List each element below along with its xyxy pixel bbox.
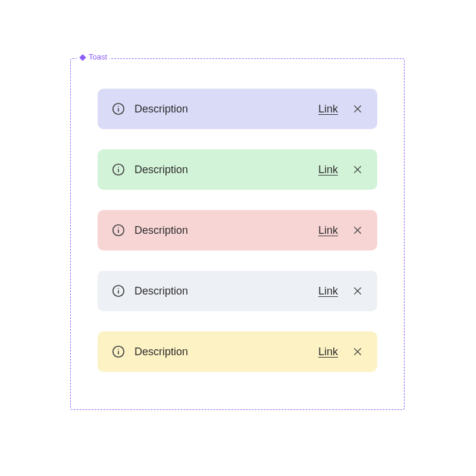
svg-point-21 — [118, 288, 119, 289]
toast-description: Description — [134, 285, 309, 298]
info-icon — [112, 224, 125, 237]
toast-neutral: Description Link — [98, 271, 377, 311]
toast-warning: Description Link — [98, 331, 377, 372]
toast-info: Description Link — [98, 89, 377, 129]
close-icon[interactable] — [352, 164, 363, 175]
svg-point-16 — [118, 227, 119, 228]
close-icon[interactable] — [352, 104, 363, 114]
close-icon[interactable] — [352, 346, 363, 357]
info-icon — [112, 102, 125, 115]
toast-success: Description Link — [98, 149, 377, 190]
info-icon — [112, 345, 125, 358]
svg-point-6 — [118, 106, 119, 107]
info-icon — [112, 284, 125, 298]
svg-point-26 — [118, 349, 119, 350]
toast-error: Description Link — [98, 210, 377, 250]
component-icon — [79, 54, 86, 61]
svg-point-11 — [118, 167, 119, 168]
toast-description: Description — [134, 164, 309, 176]
toast-link[interactable]: Link — [318, 224, 338, 237]
toast-link[interactable]: Link — [318, 164, 338, 176]
toast-component-frame: Toast Description Link Descriptio — [70, 58, 405, 410]
close-icon[interactable] — [352, 286, 363, 296]
toast-description: Description — [134, 224, 309, 237]
close-icon[interactable] — [352, 225, 363, 236]
toast-link[interactable]: Link — [318, 346, 338, 358]
toast-description: Description — [134, 103, 309, 115]
toast-link[interactable]: Link — [318, 103, 338, 115]
frame-label-text: Toast — [89, 52, 107, 61]
toast-description: Description — [134, 346, 309, 358]
toast-link[interactable]: Link — [318, 285, 338, 298]
info-icon — [112, 163, 125, 176]
frame-label: Toast — [77, 52, 109, 61]
